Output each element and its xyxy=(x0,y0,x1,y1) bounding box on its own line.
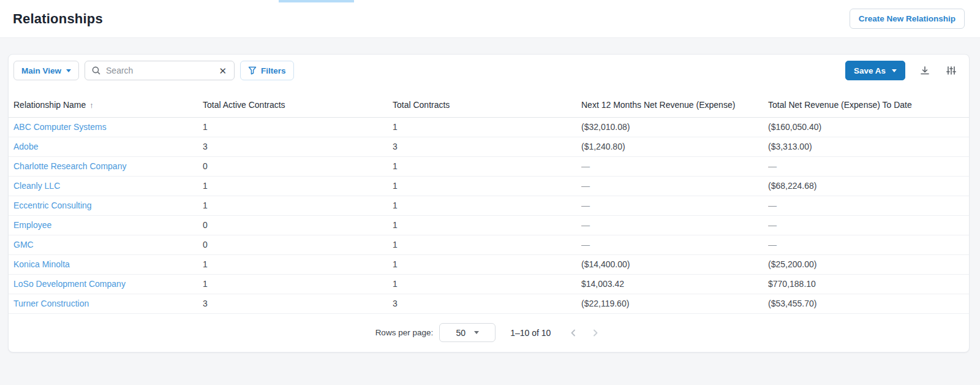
filters-label: Filters xyxy=(261,66,286,75)
view-selector-label: Main View xyxy=(21,66,61,75)
next-12-months-cell: ($1,240.80) xyxy=(581,137,768,156)
table-row: Adobe 3 3 ($1,240.80) ($3,313.00) xyxy=(9,137,969,156)
toolbar-right: Save As xyxy=(845,61,958,80)
chevron-right-icon xyxy=(591,329,600,337)
next-12-months-cell: $14,003.42 xyxy=(581,274,768,294)
table-body: ABC Computer Systems 1 1 ($32,010.08) ($… xyxy=(9,117,969,313)
filters-button[interactable]: Filters xyxy=(240,61,294,80)
total-to-date-cell: ($3,313.00) xyxy=(768,137,969,156)
next-12-months-cell: — xyxy=(581,196,768,215)
total-to-date-cell: — xyxy=(768,235,969,254)
page-header: Relationships Create New Relationship xyxy=(0,0,980,38)
table-header-row: Relationship Name↑ Total Active Contract… xyxy=(9,93,969,117)
relationship-link[interactable]: Turner Construction xyxy=(13,299,89,308)
table-row: Employee 0 1 — — xyxy=(9,215,969,235)
download-icon xyxy=(919,65,930,76)
relationships-table: Relationship Name↑ Total Active Contract… xyxy=(9,93,969,314)
sliders-icon xyxy=(946,65,957,76)
total-to-date-cell: ($53,455.70) xyxy=(768,294,969,313)
table-row: Turner Construction 3 3 ($22,119.60) ($5… xyxy=(9,294,969,313)
view-selector-dropdown[interactable]: Main View xyxy=(13,61,79,80)
column-header-relationship-name[interactable]: Relationship Name↑ xyxy=(9,93,203,117)
total-contracts-cell: 1 xyxy=(393,215,581,235)
create-new-relationship-button[interactable]: Create New Relationship xyxy=(850,9,965,29)
toolbar-left: Main View ✕ Filters xyxy=(13,61,294,80)
save-as-button[interactable]: Save As xyxy=(845,61,905,80)
total-active-contracts-cell: 0 xyxy=(203,235,393,254)
column-header-total-contracts[interactable]: Total Contracts xyxy=(393,93,581,117)
chevron-down-icon xyxy=(474,331,479,334)
table-row: Eccentric Consulting 1 1 — — xyxy=(9,196,969,215)
next-12-months-cell: — xyxy=(581,176,768,196)
relationship-link[interactable]: Adobe xyxy=(13,142,38,151)
column-header-total-to-date[interactable]: Total Net Revenue (Expense) To Date xyxy=(768,93,969,117)
total-active-contracts-cell: 3 xyxy=(203,294,393,313)
total-active-contracts-cell: 1 xyxy=(203,176,393,196)
total-to-date-cell: — xyxy=(768,156,969,176)
next-12-months-cell: — xyxy=(581,235,768,254)
next-12-months-cell: — xyxy=(581,156,768,176)
column-settings-button[interactable] xyxy=(944,64,958,77)
relationship-link[interactable]: Charlotte Research Company xyxy=(13,161,126,171)
total-contracts-cell: 1 xyxy=(393,176,581,196)
next-12-months-cell: ($14,400.00) xyxy=(581,254,768,274)
relationship-link[interactable]: Konica Minolta xyxy=(13,259,70,269)
chevron-down-icon xyxy=(892,69,897,72)
rows-per-page-label: Rows per page: xyxy=(375,328,434,337)
search-input[interactable] xyxy=(106,66,213,75)
total-active-contracts-cell: 3 xyxy=(203,137,393,156)
total-contracts-cell: 1 xyxy=(393,196,581,215)
download-button[interactable] xyxy=(918,64,932,77)
relationship-link[interactable]: LoSo Development Company xyxy=(13,279,126,289)
total-to-date-cell: ($68,224.68) xyxy=(768,176,969,196)
next-page-button[interactable] xyxy=(589,326,602,340)
relationship-link[interactable]: GMC xyxy=(13,240,34,250)
table-row: LoSo Development Company 1 1 $14,003.42 … xyxy=(9,274,969,294)
table-row: Charlotte Research Company 0 1 — — xyxy=(9,156,969,176)
relationship-link[interactable]: Cleanly LLC xyxy=(13,181,60,191)
total-active-contracts-cell: 1 xyxy=(203,117,393,137)
search-box: ✕ xyxy=(85,61,235,80)
rows-per-page-value: 50 xyxy=(456,328,466,338)
rows-per-page-select[interactable]: 50 xyxy=(439,323,496,342)
main-content: Main View ✕ Filters xyxy=(0,38,980,353)
relationships-card: Main View ✕ Filters xyxy=(8,54,970,353)
total-active-contracts-cell: 1 xyxy=(203,254,393,274)
next-12-months-cell: ($22,119.60) xyxy=(581,294,768,313)
next-12-months-cell: ($32,010.08) xyxy=(581,117,768,137)
page-title: Relationships xyxy=(13,11,103,27)
relationship-link[interactable]: Eccentric Consulting xyxy=(13,200,92,210)
chevron-left-icon xyxy=(569,329,578,337)
total-active-contracts-cell: 1 xyxy=(203,274,393,294)
column-header-total-active-contracts[interactable]: Total Active Contracts xyxy=(203,93,393,117)
total-contracts-cell: 1 xyxy=(393,254,581,274)
total-active-contracts-cell: 0 xyxy=(203,215,393,235)
relationship-link[interactable]: ABC Computer Systems xyxy=(13,122,107,132)
total-to-date-cell: — xyxy=(768,215,969,235)
page-range-label: 1–10 of 10 xyxy=(510,328,551,338)
total-active-contracts-cell: 0 xyxy=(203,156,393,176)
table-row: Cleanly LLC 1 1 — ($68,224.68) xyxy=(9,176,969,196)
search-icon xyxy=(91,66,101,75)
save-as-label: Save As xyxy=(854,66,886,75)
next-12-months-cell: — xyxy=(581,215,768,235)
total-to-date-cell: ($160,050.40) xyxy=(768,117,969,137)
total-contracts-cell: 1 xyxy=(393,156,581,176)
total-contracts-cell: 3 xyxy=(393,294,581,313)
total-contracts-cell: 3 xyxy=(393,137,581,156)
total-contracts-cell: 1 xyxy=(393,235,581,254)
top-highlight-strip xyxy=(279,0,354,2)
total-contracts-cell: 1 xyxy=(393,117,581,137)
relationship-link[interactable]: Employee xyxy=(13,220,51,230)
table-toolbar: Main View ✕ Filters xyxy=(9,55,969,93)
total-to-date-cell: $770,188.10 xyxy=(768,274,969,294)
previous-page-button[interactable] xyxy=(567,326,580,340)
total-to-date-cell: ($25,200.00) xyxy=(768,254,969,274)
clear-search-icon[interactable]: ✕ xyxy=(217,65,228,77)
filter-funnel-icon xyxy=(248,66,257,75)
table-row: GMC 0 1 — — xyxy=(9,235,969,254)
column-header-next-12-months[interactable]: Next 12 Months Net Revenue (Expense) xyxy=(581,93,768,117)
pagination-bar: Rows per page: 50 1–10 of 10 xyxy=(9,314,969,353)
total-contracts-cell: 1 xyxy=(393,274,581,294)
sort-ascending-icon: ↑ xyxy=(89,101,94,110)
